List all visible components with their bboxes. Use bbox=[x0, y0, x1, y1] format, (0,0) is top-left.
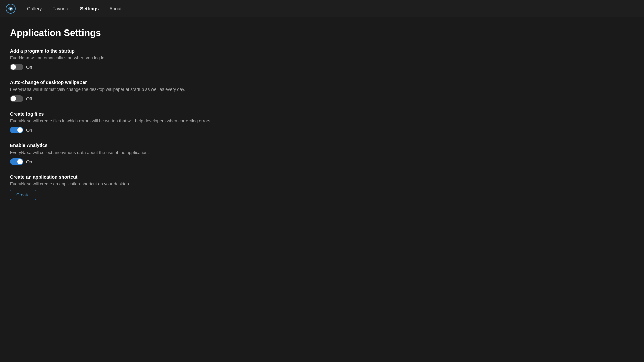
setting-log-files-title: Create log files bbox=[10, 111, 634, 117]
setting-startup-toggle-row: Off bbox=[10, 64, 634, 70]
nav-items: Gallery Favorite Settings About bbox=[23, 4, 126, 13]
nav-item-about[interactable]: About bbox=[105, 4, 126, 13]
setting-log-files: Create log files EveryNasa will create f… bbox=[10, 111, 634, 133]
navbar: Gallery Favorite Settings About bbox=[0, 0, 644, 17]
setting-startup: Add a program to the startup EverNasa wi… bbox=[10, 48, 634, 70]
setting-wallpaper-description: EveryNasa will automatically change the … bbox=[10, 87, 245, 92]
page-title: Application Settings bbox=[10, 27, 634, 38]
setting-startup-title: Add a program to the startup bbox=[10, 48, 634, 54]
create-shortcut-button[interactable]: Create bbox=[10, 190, 36, 200]
log-files-toggle-thumb bbox=[17, 127, 23, 133]
setting-analytics-toggle-row: On bbox=[10, 158, 634, 165]
setting-log-files-toggle-row: On bbox=[10, 127, 634, 133]
setting-wallpaper-toggle[interactable] bbox=[10, 95, 23, 102]
setting-analytics-description: EveryNasa will collect anonymous data ab… bbox=[10, 150, 245, 155]
nav-item-gallery[interactable]: Gallery bbox=[23, 4, 46, 13]
analytics-toggle-track bbox=[10, 158, 23, 165]
app-logo bbox=[5, 3, 16, 14]
setting-analytics-toggle[interactable] bbox=[10, 158, 23, 165]
log-files-toggle-track bbox=[10, 127, 23, 133]
wallpaper-toggle-thumb bbox=[11, 96, 16, 101]
setting-shortcut-title: Create an application shortcut bbox=[10, 174, 634, 180]
setting-shortcut-description: EveryNasa will create an application sho… bbox=[10, 181, 245, 186]
svg-point-1 bbox=[10, 8, 12, 10]
main-content: Application Settings Add a program to th… bbox=[0, 17, 644, 220]
setting-log-files-toggle-label: On bbox=[26, 128, 32, 133]
analytics-toggle-thumb bbox=[17, 159, 23, 164]
setting-wallpaper-title: Auto-change of desktop wallpaper bbox=[10, 80, 634, 85]
setting-wallpaper: Auto-change of desktop wallpaper EveryNa… bbox=[10, 80, 634, 102]
setting-log-files-toggle[interactable] bbox=[10, 127, 23, 133]
wallpaper-toggle-track bbox=[10, 95, 23, 102]
setting-shortcut: Create an application shortcut EveryNasa… bbox=[10, 174, 634, 200]
setting-analytics: Enable Analytics EveryNasa will collect … bbox=[10, 143, 634, 165]
setting-analytics-toggle-label: On bbox=[26, 159, 32, 164]
nav-item-favorite[interactable]: Favorite bbox=[48, 4, 73, 13]
startup-toggle-track bbox=[10, 64, 23, 70]
setting-log-files-description: EveryNasa will create files in which err… bbox=[10, 118, 245, 123]
startup-toggle-thumb bbox=[11, 64, 16, 70]
setting-startup-toggle-label: Off bbox=[26, 65, 32, 70]
setting-startup-description: EverNasa will automatically start when y… bbox=[10, 55, 245, 60]
nav-item-settings[interactable]: Settings bbox=[76, 4, 103, 13]
setting-wallpaper-toggle-row: Off bbox=[10, 95, 634, 102]
setting-startup-toggle[interactable] bbox=[10, 64, 23, 70]
setting-analytics-title: Enable Analytics bbox=[10, 143, 634, 148]
setting-wallpaper-toggle-label: Off bbox=[26, 96, 32, 101]
